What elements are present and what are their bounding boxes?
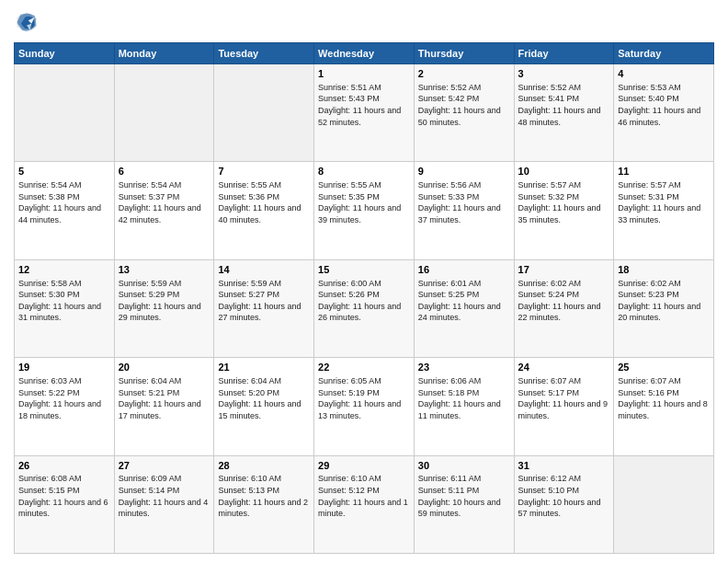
cell-text: Sunrise: 5:57 AMSunset: 5:31 PMDaylight:… (618, 179, 710, 225)
day-number: 10 (518, 165, 610, 178)
day-number: 29 (318, 459, 410, 473)
day-number: 27 (119, 459, 210, 473)
day-number: 28 (218, 459, 310, 473)
cell-text: Sunrise: 5:59 AMSunset: 5:27 PMDaylight:… (218, 278, 310, 324)
cell-text: Sunrise: 6:10 AMSunset: 5:12 PMDaylight:… (318, 473, 410, 519)
day-number: 22 (318, 361, 410, 374)
weekday-header-friday: Friday (514, 43, 614, 64)
day-cell-14: 14Sunrise: 5:59 AMSunset: 5:27 PMDayligh… (214, 259, 314, 357)
cell-text: Sunrise: 5:54 AMSunset: 5:38 PMDaylight:… (18, 179, 110, 225)
cell-text: Sunrise: 5:53 AMSunset: 5:40 PMDaylight:… (618, 82, 710, 128)
day-cell-10: 10Sunrise: 5:57 AMSunset: 5:32 PMDayligh… (514, 162, 614, 259)
cell-text: Sunrise: 6:04 AMSunset: 5:20 PMDaylight:… (218, 375, 310, 421)
weekday-header-sunday: Sunday (15, 43, 115, 64)
day-cell-6: 6Sunrise: 5:54 AMSunset: 5:37 PMDaylight… (114, 162, 214, 259)
week-row-4: 19Sunrise: 6:03 AMSunset: 5:22 PMDayligh… (15, 358, 714, 455)
day-number: 26 (18, 459, 110, 473)
weekday-header-saturday: Saturday (614, 43, 714, 64)
day-number: 7 (218, 165, 310, 178)
cell-text: Sunrise: 6:11 AMSunset: 5:11 PMDaylight:… (418, 473, 510, 519)
week-row-3: 12Sunrise: 5:58 AMSunset: 5:30 PMDayligh… (15, 259, 714, 357)
cell-text: Sunrise: 6:10 AMSunset: 5:13 PMDaylight:… (218, 473, 310, 519)
cell-text: Sunrise: 5:55 AMSunset: 5:35 PMDaylight:… (318, 179, 410, 225)
day-cell-13: 13Sunrise: 5:59 AMSunset: 5:29 PMDayligh… (114, 259, 214, 357)
day-cell-22: 22Sunrise: 6:05 AMSunset: 5:19 PMDayligh… (314, 358, 415, 455)
day-number: 6 (119, 165, 210, 178)
day-cell-2: 2Sunrise: 5:52 AMSunset: 5:42 PMDaylight… (414, 64, 514, 162)
cell-text: Sunrise: 5:52 AMSunset: 5:42 PMDaylight:… (418, 82, 510, 128)
day-cell-27: 27Sunrise: 6:09 AMSunset: 5:14 PMDayligh… (114, 455, 214, 553)
day-cell-20: 20Sunrise: 6:04 AMSunset: 5:21 PMDayligh… (114, 358, 214, 455)
calendar-table: SundayMondayTuesdayWednesdayThursdayFrid… (14, 42, 714, 554)
cell-text: Sunrise: 5:59 AMSunset: 5:29 PMDaylight:… (119, 278, 210, 324)
cell-text: Sunrise: 6:07 AMSunset: 5:16 PMDaylight:… (618, 375, 710, 421)
day-cell-19: 19Sunrise: 6:03 AMSunset: 5:22 PMDayligh… (15, 358, 115, 455)
day-number: 18 (618, 263, 710, 277)
day-number: 23 (418, 361, 510, 374)
weekday-header-row: SundayMondayTuesdayWednesdayThursdayFrid… (15, 43, 714, 64)
day-cell-31: 31Sunrise: 6:12 AMSunset: 5:10 PMDayligh… (514, 455, 614, 553)
empty-cell (15, 64, 115, 162)
day-cell-5: 5Sunrise: 5:54 AMSunset: 5:38 PMDaylight… (15, 162, 115, 259)
empty-cell (614, 455, 714, 553)
day-cell-24: 24Sunrise: 6:07 AMSunset: 5:17 PMDayligh… (514, 358, 614, 455)
empty-cell (114, 64, 214, 162)
day-number: 30 (418, 459, 510, 473)
logo (14, 9, 43, 35)
cell-text: Sunrise: 5:51 AMSunset: 5:43 PMDaylight:… (318, 82, 410, 128)
cell-text: Sunrise: 6:05 AMSunset: 5:19 PMDaylight:… (318, 375, 410, 421)
day-number: 3 (518, 67, 610, 81)
weekday-header-monday: Monday (114, 43, 214, 64)
cell-text: Sunrise: 5:55 AMSunset: 5:36 PMDaylight:… (218, 179, 310, 225)
day-cell-11: 11Sunrise: 5:57 AMSunset: 5:31 PMDayligh… (614, 162, 714, 259)
cell-text: Sunrise: 6:09 AMSunset: 5:14 PMDaylight:… (119, 473, 210, 519)
day-cell-18: 18Sunrise: 6:02 AMSunset: 5:23 PMDayligh… (614, 259, 714, 357)
day-number: 2 (418, 67, 510, 81)
day-number: 25 (618, 361, 710, 374)
cell-text: Sunrise: 5:57 AMSunset: 5:32 PMDaylight:… (518, 179, 610, 225)
day-cell-28: 28Sunrise: 6:10 AMSunset: 5:13 PMDayligh… (214, 455, 314, 553)
cell-text: Sunrise: 6:02 AMSunset: 5:23 PMDaylight:… (618, 278, 710, 324)
cell-text: Sunrise: 6:01 AMSunset: 5:25 PMDaylight:… (418, 278, 510, 324)
day-number: 11 (618, 165, 710, 178)
cell-text: Sunrise: 5:56 AMSunset: 5:33 PMDaylight:… (418, 179, 510, 225)
day-cell-7: 7Sunrise: 5:55 AMSunset: 5:36 PMDaylight… (214, 162, 314, 259)
day-cell-30: 30Sunrise: 6:11 AMSunset: 5:11 PMDayligh… (414, 455, 514, 553)
header (14, 9, 714, 35)
day-number: 19 (18, 361, 110, 374)
cell-text: Sunrise: 6:06 AMSunset: 5:18 PMDaylight:… (418, 375, 510, 421)
cell-text: Sunrise: 6:12 AMSunset: 5:10 PMDaylight:… (518, 473, 610, 519)
day-number: 20 (119, 361, 210, 374)
weekday-header-thursday: Thursday (414, 43, 514, 64)
cell-text: Sunrise: 6:00 AMSunset: 5:26 PMDaylight:… (318, 278, 410, 324)
week-row-5: 26Sunrise: 6:08 AMSunset: 5:15 PMDayligh… (15, 455, 714, 553)
day-number: 15 (318, 263, 410, 277)
calendar-page: SundayMondayTuesdayWednesdayThursdayFrid… (0, 0, 728, 563)
cell-text: Sunrise: 6:04 AMSunset: 5:21 PMDaylight:… (119, 375, 210, 421)
day-cell-16: 16Sunrise: 6:01 AMSunset: 5:25 PMDayligh… (414, 259, 514, 357)
day-number: 13 (119, 263, 210, 277)
cell-text: Sunrise: 5:54 AMSunset: 5:37 PMDaylight:… (119, 179, 210, 225)
day-cell-17: 17Sunrise: 6:02 AMSunset: 5:24 PMDayligh… (514, 259, 614, 357)
day-number: 5 (18, 165, 110, 178)
day-cell-1: 1Sunrise: 5:51 AMSunset: 5:43 PMDaylight… (314, 64, 415, 162)
day-cell-3: 3Sunrise: 5:52 AMSunset: 5:41 PMDaylight… (514, 64, 614, 162)
week-row-1: 1Sunrise: 5:51 AMSunset: 5:43 PMDaylight… (15, 64, 714, 162)
weekday-header-wednesday: Wednesday (314, 43, 415, 64)
cell-text: Sunrise: 5:52 AMSunset: 5:41 PMDaylight:… (518, 82, 610, 128)
day-number: 8 (318, 165, 410, 178)
day-cell-4: 4Sunrise: 5:53 AMSunset: 5:40 PMDaylight… (614, 64, 714, 162)
day-cell-25: 25Sunrise: 6:07 AMSunset: 5:16 PMDayligh… (614, 358, 714, 455)
day-number: 17 (518, 263, 610, 277)
day-cell-21: 21Sunrise: 6:04 AMSunset: 5:20 PMDayligh… (214, 358, 314, 455)
day-number: 16 (418, 263, 510, 277)
day-number: 31 (518, 459, 610, 473)
week-row-2: 5Sunrise: 5:54 AMSunset: 5:38 PMDaylight… (15, 162, 714, 259)
day-number: 9 (418, 165, 510, 178)
generalblue-logo-icon (14, 9, 40, 35)
cell-text: Sunrise: 6:08 AMSunset: 5:15 PMDaylight:… (18, 473, 110, 519)
day-cell-12: 12Sunrise: 5:58 AMSunset: 5:30 PMDayligh… (15, 259, 115, 357)
day-number: 24 (518, 361, 610, 374)
cell-text: Sunrise: 6:02 AMSunset: 5:24 PMDaylight:… (518, 278, 610, 324)
empty-cell (214, 64, 314, 162)
